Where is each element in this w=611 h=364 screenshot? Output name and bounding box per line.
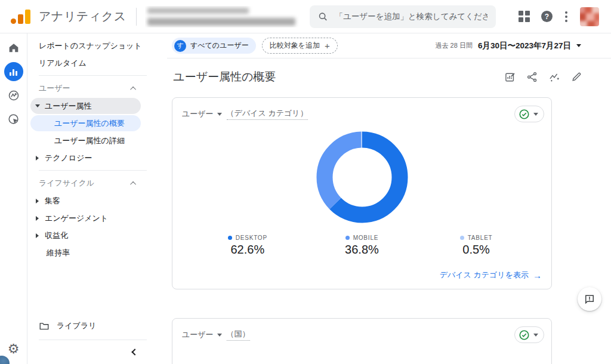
sidebar-item-demographics-details[interactable]: ユーザー属性の詳細 — [28, 132, 167, 149]
corner-decoration — [0, 356, 10, 364]
collapse-sidebar-button[interactable] — [28, 340, 167, 364]
device-category-card: ユーザー （デバイス カテゴリ） DESKTOP — [172, 97, 552, 289]
sidebar-item-retention[interactable]: 維持率 — [28, 244, 167, 261]
feedback-icon — [584, 293, 595, 305]
feedback-button[interactable] — [578, 287, 601, 311]
search-placeholder: 「ユーザーを追加」と検索してみてください — [335, 11, 487, 22]
home-icon[interactable] — [3, 37, 24, 58]
sidebar-divider — [39, 75, 147, 76]
segment-chips-band: す すべてのユーザー 比較対象を追加 + 過去 28 日間 6月30日〜2023… — [167, 33, 611, 58]
search-input[interactable]: 「ユーザーを追加」と検索してみてください — [310, 5, 496, 28]
advertising-icon[interactable] — [3, 109, 24, 130]
arrow-right-icon: → — [533, 270, 542, 280]
check-circle-icon — [519, 329, 530, 341]
sidebar-item-user-attributes[interactable]: ユーザー属性 — [28, 97, 167, 115]
triangle-right-icon — [36, 233, 39, 238]
insights-icon[interactable] — [548, 71, 560, 83]
sidebar-item-technology[interactable]: テクノロジー — [28, 149, 167, 166]
device-donut[interactable] — [172, 129, 551, 225]
legend-item-desktop[interactable]: DESKTOP 62.6% — [190, 235, 305, 257]
app-title: アナリティクス — [39, 8, 126, 24]
customize-report-icon[interactable] — [504, 71, 516, 83]
dimension-label[interactable]: （国） — [227, 329, 250, 341]
sidebar-item-engagement[interactable]: エンゲージメント — [28, 209, 167, 227]
reports-icon[interactable] — [3, 61, 24, 82]
view-device-categories-link[interactable]: デバイス カテゴリを表示 — [440, 270, 529, 280]
legend-item-mobile[interactable]: MOBILE 36.8% — [305, 235, 419, 257]
report-title-row: ユーザー属性の概要 — [167, 58, 611, 93]
analytics-logo-icon[interactable] — [11, 10, 30, 24]
chevron-left-icon — [131, 348, 138, 355]
nav-rail: ⚙ — [0, 33, 27, 364]
settings-gear-icon[interactable]: ⚙ — [8, 343, 20, 356]
triangle-down-icon — [533, 334, 538, 337]
legend-dot — [228, 236, 232, 240]
triangle-right-icon — [36, 156, 39, 161]
legend-item-tablet[interactable]: TABLET 0.5% — [419, 235, 533, 257]
data-quality-badge[interactable] — [514, 326, 544, 343]
metric-selector[interactable]: ユーザー — [182, 329, 222, 340]
sidebar-item-reports-snapshot[interactable]: レポートのスナップショット — [28, 37, 167, 54]
chevron-up-icon[interactable] — [130, 181, 136, 187]
segment-initial-badge: す — [174, 40, 186, 52]
legend-dot — [345, 236, 350, 240]
donut-legend: DESKTOP 62.6% MOBILE 36.8% TABLET 0.5% — [172, 235, 551, 257]
triangle-down-icon — [576, 44, 581, 47]
triangle-down-icon — [217, 334, 222, 337]
triangle-right-icon — [36, 216, 39, 221]
account-name-redacted[interactable] — [145, 6, 301, 27]
report-nav-sidebar: レポートのスナップショット リアルタイム ユーザー ユーザー属性 ユーザー属性の… — [28, 33, 167, 364]
sidebar-item-realtime[interactable]: リアルタイム — [28, 54, 167, 72]
date-range-picker[interactable]: 過去 28 日間 6月30日〜2023年7月27日 — [436, 41, 581, 51]
header-divider — [136, 8, 137, 26]
sidebar-divider — [39, 170, 147, 171]
all-users-segment-chip[interactable]: す すべてのユーザー — [172, 38, 256, 54]
triangle-right-icon — [36, 199, 39, 203]
sidebar-item-demographics-overview[interactable]: ユーザー属性の概要 — [28, 115, 167, 132]
google-apps-icon[interactable] — [519, 11, 530, 22]
chevron-up-icon[interactable] — [130, 86, 136, 92]
triangle-down-icon — [35, 104, 40, 107]
more-options-icon[interactable] — [564, 10, 569, 23]
data-quality-badge[interactable] — [514, 106, 544, 122]
add-comparison-chip[interactable]: 比較対象を追加 + — [262, 38, 338, 54]
page-title: ユーザー属性の概要 — [173, 69, 276, 85]
share-icon[interactable] — [526, 71, 538, 83]
plus-icon: + — [325, 41, 330, 50]
metric-selector[interactable]: ユーザー — [182, 109, 222, 119]
triangle-down-icon — [533, 113, 538, 116]
check-circle-icon — [519, 109, 530, 120]
sidebar-section-user[interactable]: ユーザー — [28, 79, 167, 97]
edit-pencil-icon[interactable] — [570, 71, 582, 83]
explore-icon[interactable] — [3, 85, 24, 106]
sidebar-item-monetization[interactable]: 収益化 — [28, 227, 167, 244]
dimension-label[interactable]: （デバイス カテゴリ） — [227, 108, 308, 120]
sidebar-item-acquisition[interactable]: 集客 — [28, 192, 167, 209]
app-header: アナリティクス 「ユーザーを追加」と検索してみてください ? — [0, 0, 611, 33]
report-main-area: す すべてのユーザー 比較対象を追加 + 過去 28 日間 6月30日〜2023… — [167, 33, 611, 364]
sidebar-section-lifecycle[interactable]: ライフサイクル — [28, 174, 167, 192]
search-icon — [318, 11, 328, 22]
help-icon[interactable]: ? — [541, 11, 553, 22]
country-card: ユーザー （国） — [172, 318, 552, 364]
folder-icon — [39, 320, 50, 331]
user-avatar[interactable] — [580, 7, 599, 26]
triangle-down-icon — [217, 113, 222, 116]
sidebar-item-library[interactable]: ライブラリ — [28, 317, 167, 335]
legend-dot — [460, 236, 464, 240]
